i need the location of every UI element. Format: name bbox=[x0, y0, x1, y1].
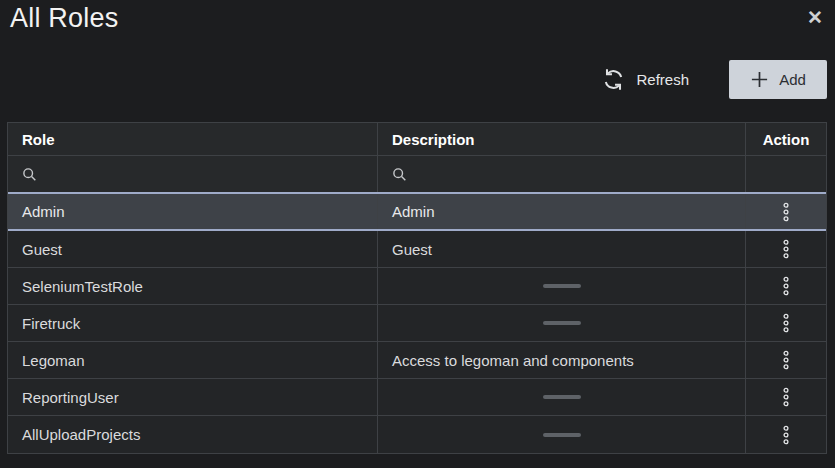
filter-row bbox=[8, 156, 826, 192]
description-filter-input[interactable] bbox=[415, 156, 745, 192]
role-cell: Firetruck bbox=[8, 305, 378, 341]
description-cell bbox=[378, 416, 746, 453]
empty-description-dash bbox=[543, 395, 581, 399]
refresh-icon bbox=[602, 68, 625, 91]
kebab-icon bbox=[782, 350, 790, 370]
refresh-label: Refresh bbox=[636, 71, 689, 88]
toolbar: Refresh Add bbox=[592, 60, 827, 99]
roles-table: Role Description Action bbox=[7, 122, 827, 454]
description-cell bbox=[378, 305, 746, 341]
table-header-row: Role Description Action bbox=[8, 123, 826, 156]
kebab-icon bbox=[782, 202, 790, 222]
table-row-seleniumtestrole[interactable]: SeleniumTestRole bbox=[8, 268, 826, 305]
search-icon bbox=[392, 167, 407, 182]
role-cell: Guest bbox=[8, 231, 378, 267]
description-cell bbox=[378, 268, 746, 304]
role-cell: AllUploadProjects bbox=[8, 416, 378, 453]
close-icon[interactable]: ✕ bbox=[801, 4, 829, 32]
description-cell: Guest bbox=[378, 231, 746, 267]
description-cell: Access to legoman and components bbox=[378, 342, 746, 378]
table-row-guest[interactable]: Guest Guest bbox=[8, 231, 826, 268]
kebab-icon bbox=[782, 387, 790, 407]
role-filter-cell bbox=[8, 156, 378, 192]
add-label: Add bbox=[779, 71, 806, 88]
kebab-icon bbox=[782, 313, 790, 333]
plus-icon bbox=[750, 70, 769, 89]
column-header-description[interactable]: Description bbox=[378, 123, 746, 155]
add-button[interactable]: Add bbox=[729, 60, 827, 99]
role-cell: ReportingUser bbox=[8, 379, 378, 415]
empty-description-dash bbox=[543, 321, 581, 325]
row-actions-menu-button[interactable] bbox=[769, 420, 803, 450]
role-cell: Legoman bbox=[8, 342, 378, 378]
role-cell: SeleniumTestRole bbox=[8, 268, 378, 304]
row-actions-menu-button[interactable] bbox=[769, 234, 803, 264]
description-filter-cell bbox=[378, 156, 746, 192]
row-actions-menu-button[interactable] bbox=[769, 197, 803, 227]
kebab-icon bbox=[782, 276, 790, 296]
role-filter-input[interactable] bbox=[45, 156, 377, 192]
table-row-firetruck[interactable]: Firetruck bbox=[8, 305, 826, 342]
action-filter-cell bbox=[746, 156, 826, 192]
row-actions-menu-button[interactable] bbox=[769, 308, 803, 338]
description-cell bbox=[378, 379, 746, 415]
kebab-icon bbox=[782, 239, 790, 259]
empty-description-dash bbox=[543, 433, 581, 437]
table-row-alluploadprojects[interactable]: AllUploadProjects bbox=[8, 416, 826, 453]
row-actions-menu-button[interactable] bbox=[769, 345, 803, 375]
row-actions-menu-button[interactable] bbox=[769, 382, 803, 412]
description-cell: Admin bbox=[378, 194, 746, 229]
table-row-reportinguser[interactable]: ReportingUser bbox=[8, 379, 826, 416]
column-header-action: Action bbox=[746, 123, 826, 155]
table-row-legoman[interactable]: Legoman Access to legoman and components bbox=[8, 342, 826, 379]
row-actions-menu-button[interactable] bbox=[769, 271, 803, 301]
kebab-icon bbox=[782, 425, 790, 445]
table-row-admin[interactable]: Admin Admin bbox=[8, 192, 826, 231]
empty-description-dash bbox=[543, 284, 581, 288]
role-cell: Admin bbox=[8, 194, 378, 229]
search-icon bbox=[22, 167, 37, 182]
column-header-role[interactable]: Role bbox=[8, 123, 378, 155]
refresh-button[interactable]: Refresh bbox=[592, 60, 699, 99]
page-title: All Roles bbox=[10, 3, 118, 34]
